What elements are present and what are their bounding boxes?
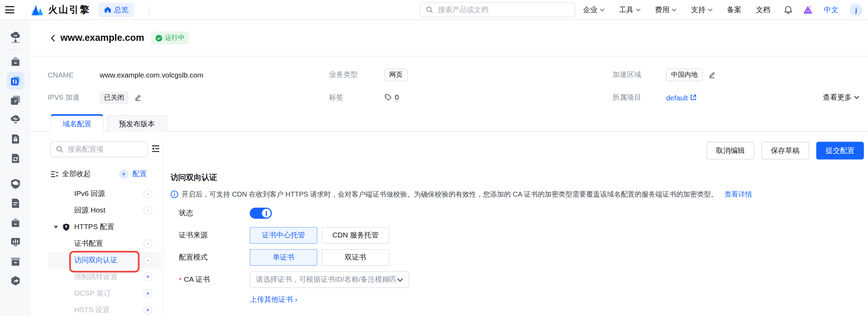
config-mode-options: 单证书 双证书 (250, 249, 389, 266)
tree-item-ipv6-origin[interactable]: IPv6 回源 - (48, 186, 161, 202)
tree-item-hsts[interactable]: HSTS 设置 + (48, 302, 161, 316)
nav-enterprise[interactable]: 企业 (583, 5, 605, 15)
file-lock-icon[interactable] (6, 130, 24, 148)
status-badge: 运行中 (152, 31, 189, 44)
bell-icon[interactable] (784, 5, 793, 14)
tag-count[interactable]: 0 (395, 93, 399, 102)
back-button[interactable] (51, 34, 55, 42)
header-divider (149, 5, 150, 14)
nav-docs[interactable]: 文档 (756, 5, 770, 15)
ipv6-label: IPV6 加速 (48, 92, 80, 103)
ca-cert-label: * CA 证书 (179, 275, 250, 285)
cloud-monitor-icon[interactable] (6, 111, 24, 128)
nav-tools[interactable]: 工具 (619, 5, 641, 15)
cert-source-label: 证书来源 (179, 231, 250, 241)
file-refresh-icon[interactable] (6, 150, 24, 167)
ipv6-value-row: 已关闭 (100, 92, 142, 103)
save-draft-button[interactable]: 保存草稿 (761, 142, 809, 160)
house-icon[interactable] (6, 214, 24, 232)
tab-prerelease-version[interactable]: 预发布版本 (107, 115, 167, 133)
config-panel: 取消编辑 保存草稿 提交配置 全部收起 + 配置 (30, 132, 868, 316)
sliders-icon[interactable] (6, 72, 24, 90)
tree-group-https-config[interactable]: HTTPS 配置 (48, 219, 161, 235)
home-icon (104, 6, 111, 13)
global-search[interactable] (420, 2, 576, 17)
cdn-network-icon[interactable] (6, 29, 24, 46)
cancel-edit-button[interactable]: 取消编辑 (707, 142, 754, 160)
sidebar-divider (163, 141, 163, 316)
plus-badge[interactable]: + (143, 289, 152, 298)
tree-item-origin-host[interactable]: 回源 Host - (48, 202, 161, 219)
collapse-all-button[interactable]: 全部收起 (51, 168, 91, 179)
region-label: 加速区域 (613, 69, 641, 80)
ca-cert-select[interactable]: 请选择证书，可根据证书ID/名称/备注模糊匹配 (250, 271, 409, 288)
config-search[interactable] (51, 141, 148, 157)
cert-source-options: 证书中心托管 CDN 服务托管 (250, 227, 389, 244)
hexagon-share-icon[interactable] (6, 272, 24, 290)
menu-icon[interactable] (5, 6, 14, 13)
tag-icon (384, 93, 392, 101)
view-more-button[interactable]: 查看更多 (823, 92, 860, 103)
config-tree: IPv6 回源 - 回源 Host - HTTPS 配置 证书配置 - (48, 186, 161, 316)
tree-item-mutual-auth[interactable]: 访问双向认证 - (48, 252, 161, 269)
business-type-value: 网页 (384, 69, 407, 80)
option-cert-center-hosted[interactable]: 证书中心托管 (250, 227, 317, 244)
collapse-sidebar-icon[interactable] (151, 145, 160, 153)
required-mark: * (179, 276, 182, 284)
minus-badge[interactable]: - (143, 206, 152, 215)
chevron-down-icon (636, 8, 641, 11)
option-dual-cert[interactable]: 双证书 (322, 249, 389, 266)
caret-down-icon (54, 225, 58, 229)
option-single-cert[interactable]: 单证书 (250, 249, 317, 266)
volcano-logo-icon (30, 4, 44, 15)
shield-icon[interactable] (6, 175, 24, 193)
tree-item-cert-config[interactable]: 证书配置 - (48, 235, 161, 252)
minus-badge[interactable]: - (143, 189, 152, 198)
tags-label: 标签 (329, 92, 343, 103)
view-details-link[interactable]: 查看详情 (724, 190, 752, 199)
upload-other-cert-link[interactable]: 上传其他证书 › (250, 295, 298, 305)
status-toggle[interactable] (250, 208, 272, 219)
file-icon[interactable] (6, 195, 24, 212)
search-icon (426, 6, 433, 13)
nav-billing[interactable]: 费用 (655, 5, 677, 15)
avatar[interactable]: j (849, 3, 862, 16)
config-search-input[interactable] (66, 145, 142, 154)
edit-icon[interactable] (134, 93, 142, 101)
info-icon (171, 190, 178, 198)
language-switch[interactable]: 中文 (824, 5, 839, 15)
minus-badge[interactable]: - (143, 256, 152, 265)
tags-value: 0 (384, 92, 399, 103)
search-icon (56, 146, 63, 153)
add-config-button[interactable]: + 配置 (119, 168, 147, 179)
status-row: 状态 (179, 208, 272, 219)
tree-item-ocsp[interactable]: OCSP 装订 + (48, 285, 161, 302)
plus-badge[interactable]: + (143, 306, 152, 315)
nav-support[interactable]: 支持 (691, 5, 713, 15)
chevron-left-icon (51, 34, 55, 42)
nav-icp[interactable]: 备案 (727, 5, 742, 15)
tab-domain-config[interactable]: 域名配置 (51, 114, 104, 133)
cert-source-row: 证书来源 证书中心托管 CDN 服务托管 (179, 227, 389, 244)
region-chip: 中国内地 (666, 69, 703, 81)
minus-badge[interactable]: - (143, 239, 152, 248)
global-search-input[interactable] (437, 5, 569, 14)
overview-button[interactable]: 总览 (99, 2, 134, 17)
brand-logo[interactable]: 火山引擎 (30, 3, 90, 16)
tree-item-force-redirect[interactable]: 强制跳转设置 + (48, 269, 161, 285)
chevron-down-icon (672, 8, 677, 11)
plus-badge[interactable]: + (143, 272, 152, 281)
option-cdn-service-hosted[interactable]: CDN 服务托管 (322, 227, 389, 244)
home-icon[interactable] (6, 53, 24, 70)
overview-label: 总览 (114, 5, 129, 15)
submit-config-button[interactable]: 提交配置 (816, 142, 864, 160)
project-link[interactable]: default (666, 93, 697, 102)
edit-icon[interactable] (708, 71, 716, 79)
ai-assistant-icon[interactable] (802, 5, 813, 15)
main-content: www.example.com 运行中 CNAME www.example.co… (30, 20, 868, 316)
rail-divider (8, 49, 22, 50)
archive-box-icon[interactable] (6, 253, 24, 270)
rocket-icon[interactable] (6, 91, 24, 109)
monitor-chart-icon[interactable] (6, 233, 24, 251)
check-circle-icon (156, 35, 162, 41)
